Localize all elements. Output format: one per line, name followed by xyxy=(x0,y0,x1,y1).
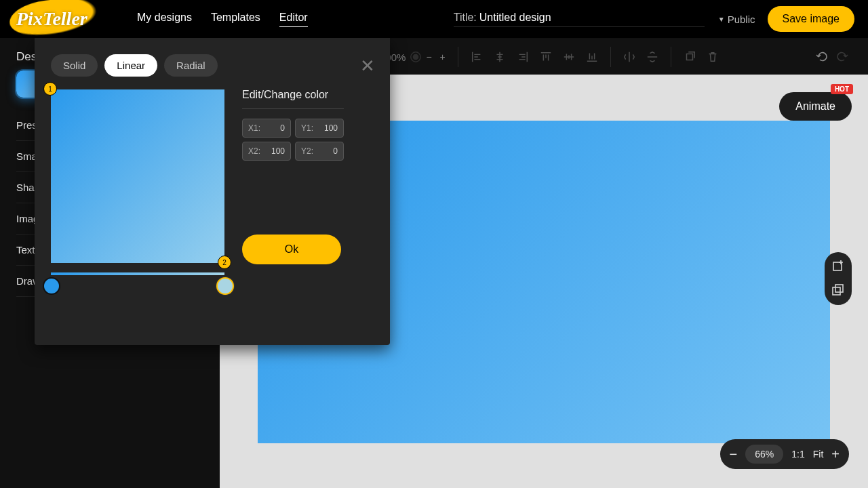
gradient-stop-1[interactable]: 1 xyxy=(43,82,57,96)
zoom-out-button[interactable]: − xyxy=(730,447,738,462)
logo[interactable]: PixTeller xyxy=(14,5,102,33)
ok-button[interactable]: Ok xyxy=(242,235,341,264)
visibility-label: Public xyxy=(728,14,755,25)
x2-input[interactable]: X2:100 xyxy=(242,142,291,161)
right-float-panel xyxy=(825,252,852,305)
redo-icon[interactable] xyxy=(835,50,849,64)
y2-input[interactable]: Y2:0 xyxy=(295,142,344,161)
zoom-in-button[interactable]: + xyxy=(831,447,840,462)
flip-v-icon[interactable] xyxy=(646,51,658,63)
nav-editor[interactable]: Editor xyxy=(279,12,308,27)
design-title[interactable]: Title: Untitled design xyxy=(454,12,705,27)
color-mode-solid[interactable]: Solid xyxy=(51,54,98,77)
gradient-slider-handle-1[interactable] xyxy=(43,277,60,295)
align-top-icon[interactable] xyxy=(540,51,552,63)
title-value: Untitled design xyxy=(479,12,551,24)
visibility-toggle[interactable]: ▼ Public xyxy=(718,14,755,25)
add-layer-icon[interactable] xyxy=(831,260,845,274)
svg-rect-3 xyxy=(833,262,842,270)
gradient-slider[interactable] xyxy=(51,272,224,275)
undo-icon[interactable] xyxy=(815,50,829,64)
svg-rect-5 xyxy=(835,285,843,292)
svg-rect-2 xyxy=(686,54,692,60)
header: PixTeller My designs Templates Editor Ti… xyxy=(0,0,868,39)
zoom-fit-button[interactable]: Fit xyxy=(813,449,824,460)
y1-input[interactable]: Y1:100 xyxy=(295,119,344,138)
layer-tools xyxy=(684,51,719,63)
nav-my-designs[interactable]: My designs xyxy=(137,12,192,27)
align-left-icon[interactable] xyxy=(471,51,483,63)
zoom-percent[interactable]: 66% xyxy=(745,445,783,464)
duplicate-icon[interactable] xyxy=(684,51,696,63)
clone-layer-icon[interactable] xyxy=(831,283,845,297)
flip-h-icon[interactable] xyxy=(623,51,635,63)
align-tools xyxy=(471,51,598,63)
gradient-slider-handle-2[interactable] xyxy=(216,277,234,295)
close-icon[interactable]: ✕ xyxy=(360,56,375,77)
main-nav: My designs Templates Editor xyxy=(137,12,308,27)
align-center-v-icon[interactable] xyxy=(563,51,575,63)
save-image-button[interactable]: Save image xyxy=(768,6,855,32)
animate-button[interactable]: Animate xyxy=(779,92,852,121)
gradient-coords: Edit/Change color X1:0 Y1:100 X2:100 Y2:… xyxy=(242,88,344,161)
delete-icon[interactable] xyxy=(707,51,719,63)
svg-rect-4 xyxy=(833,287,840,295)
gradient-stop-2[interactable]: 2 xyxy=(218,256,231,269)
nav-templates[interactable]: Templates xyxy=(211,12,260,27)
opacity-icon xyxy=(410,51,422,63)
color-mode-radial[interactable]: Radial xyxy=(164,54,218,77)
align-center-h-icon[interactable] xyxy=(494,51,506,63)
hot-badge: HOT xyxy=(831,84,853,94)
edit-color-title: Edit/Change color xyxy=(242,88,344,109)
zoom-1to1-button[interactable]: 1:1 xyxy=(791,449,804,460)
visibility-caret-icon: ▼ xyxy=(718,16,725,23)
align-right-icon[interactable] xyxy=(517,51,529,63)
svg-point-1 xyxy=(414,54,418,59)
title-label: Title: xyxy=(454,12,477,24)
flip-tools xyxy=(623,51,658,63)
gradient-preview[interactable] xyxy=(51,89,224,263)
x1-input[interactable]: X1:0 xyxy=(242,119,291,138)
align-bottom-icon[interactable] xyxy=(586,51,598,63)
zoom-bar: − 66% 1:1 Fit + xyxy=(720,439,849,469)
opacity-plus[interactable]: + xyxy=(440,52,446,62)
opacity-minus[interactable]: − xyxy=(426,52,431,62)
color-mode-linear[interactable]: Linear xyxy=(104,54,157,77)
color-popup: Solid Linear Radial ✕ 1 2 Edit/Change co… xyxy=(35,38,390,345)
